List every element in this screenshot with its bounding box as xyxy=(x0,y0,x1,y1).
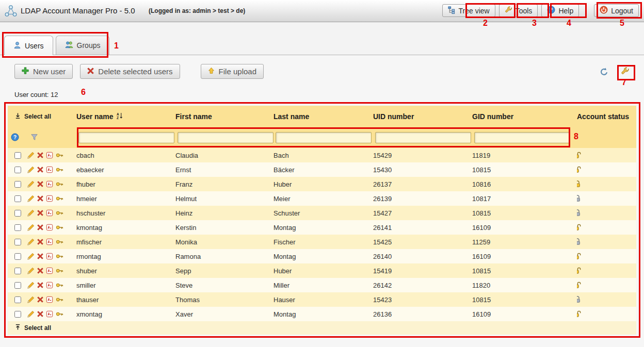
pdf-icon[interactable] xyxy=(46,195,53,202)
sort-icon[interactable]: AZ xyxy=(116,112,123,121)
filter-help-icon[interactable]: ? xyxy=(11,133,19,143)
pdf-icon[interactable] xyxy=(46,253,53,260)
column-header-first-name[interactable]: First name xyxy=(175,106,273,127)
user-name-cell[interactable]: thauser xyxy=(76,292,175,307)
table-settings-wrench-icon[interactable] xyxy=(621,67,630,78)
edit-icon[interactable] xyxy=(27,253,35,260)
user-name-cell[interactable]: rmontag xyxy=(76,249,175,263)
row-checkbox[interactable] xyxy=(14,282,21,289)
edit-icon[interactable] xyxy=(27,195,35,202)
filter-icon[interactable] xyxy=(30,134,38,142)
filter-input-last-name[interactable] xyxy=(276,132,372,143)
edit-icon[interactable] xyxy=(27,224,35,231)
pdf-icon[interactable] xyxy=(46,180,53,188)
delete-icon[interactable] xyxy=(37,253,43,259)
refresh-icon[interactable] xyxy=(600,68,608,78)
locked-icon xyxy=(577,180,581,188)
edit-icon[interactable] xyxy=(27,209,35,217)
row-checkbox[interactable] xyxy=(14,296,21,303)
file-upload-button[interactable]: File upload xyxy=(201,64,264,79)
delete-icon[interactable] xyxy=(37,296,43,303)
tools-button[interactable]: Tools xyxy=(499,4,538,17)
password-icon[interactable] xyxy=(56,224,63,230)
user-name-cell[interactable]: xmontag xyxy=(76,307,175,321)
row-checkbox[interactable] xyxy=(14,210,21,217)
pdf-icon[interactable] xyxy=(46,166,53,173)
edit-icon[interactable] xyxy=(27,152,35,159)
row-checkbox[interactable] xyxy=(14,167,21,173)
filter-input-uid-number[interactable] xyxy=(375,132,471,143)
password-icon[interactable] xyxy=(56,253,63,259)
pdf-icon[interactable] xyxy=(46,152,53,159)
user-name-cell[interactable]: cbach xyxy=(76,148,175,162)
row-checkbox[interactable] xyxy=(14,268,21,274)
filter-input-first-name[interactable] xyxy=(178,132,273,143)
column-header-last-name[interactable]: Last name xyxy=(273,106,373,127)
user-name-cell[interactable]: hschuster xyxy=(76,206,175,220)
user-name-cell[interactable]: smiller xyxy=(76,278,175,292)
password-icon[interactable] xyxy=(56,181,63,187)
delete-icon[interactable] xyxy=(37,210,43,216)
password-icon[interactable] xyxy=(56,296,63,303)
edit-icon[interactable] xyxy=(27,296,35,303)
new-user-button[interactable]: New user xyxy=(14,64,73,79)
row-checkbox[interactable] xyxy=(14,239,21,245)
user-name-cell[interactable]: ebaecker xyxy=(76,162,175,177)
pdf-icon[interactable] xyxy=(46,224,53,231)
edit-icon[interactable] xyxy=(27,166,35,173)
filter-input-user-name[interactable] xyxy=(78,132,174,143)
user-name-cell[interactable]: shuber xyxy=(76,263,175,278)
password-icon[interactable] xyxy=(56,195,63,202)
filter-input-gid-number[interactable] xyxy=(474,132,570,143)
delete-icon[interactable] xyxy=(37,224,43,230)
row-checkbox[interactable] xyxy=(14,195,21,202)
row-checkbox[interactable] xyxy=(14,181,21,188)
password-icon[interactable] xyxy=(56,167,63,173)
password-icon[interactable] xyxy=(56,239,63,245)
delete-icon[interactable] xyxy=(37,167,43,173)
delete-icon[interactable] xyxy=(37,282,43,288)
password-icon[interactable] xyxy=(56,282,63,288)
password-icon[interactable] xyxy=(56,311,63,317)
select-all-bottom[interactable]: Select all xyxy=(24,324,51,332)
tree-view-button[interactable]: Tree view xyxy=(442,4,495,17)
tab-users[interactable]: Users xyxy=(4,36,53,55)
pdf-icon[interactable] xyxy=(46,238,53,245)
password-icon[interactable] xyxy=(56,268,63,274)
user-name-cell[interactable]: hmeier xyxy=(76,191,175,206)
delete-icon[interactable] xyxy=(37,181,43,187)
column-header-uid-number[interactable]: UID number xyxy=(373,106,472,127)
edit-icon[interactable] xyxy=(27,267,35,274)
edit-icon[interactable] xyxy=(27,310,35,318)
pdf-icon[interactable] xyxy=(46,296,53,303)
pdf-icon[interactable] xyxy=(46,282,53,289)
user-name-cell[interactable]: mfischer xyxy=(76,235,175,249)
column-header-gid-number[interactable]: GID number xyxy=(472,106,577,127)
delete-icon[interactable] xyxy=(37,311,43,317)
delete-icon[interactable] xyxy=(37,152,43,158)
row-checkbox[interactable] xyxy=(14,224,21,231)
password-icon[interactable] xyxy=(56,210,63,216)
pdf-icon[interactable] xyxy=(46,310,53,318)
pdf-icon[interactable] xyxy=(46,209,53,217)
user-name-cell[interactable]: fhuber xyxy=(76,177,175,191)
delete-selected-users-button[interactable]: Delete selected users xyxy=(80,64,180,79)
edit-icon[interactable] xyxy=(27,180,35,188)
delete-icon[interactable] xyxy=(37,239,43,245)
help-button[interactable]: ? Help xyxy=(541,4,579,17)
user-name-cell[interactable]: kmontag xyxy=(76,220,175,235)
delete-icon[interactable] xyxy=(37,268,43,274)
row-checkbox[interactable] xyxy=(14,253,21,260)
delete-icon[interactable] xyxy=(37,195,43,202)
row-checkbox[interactable] xyxy=(14,311,21,318)
edit-icon[interactable] xyxy=(27,282,35,289)
password-icon[interactable] xyxy=(56,152,63,158)
column-header-account-status[interactable]: Account status xyxy=(577,106,636,127)
edit-icon[interactable] xyxy=(27,238,35,245)
select-all-top[interactable]: Select all xyxy=(14,112,51,121)
tab-groups[interactable]: Groups xyxy=(56,36,110,55)
pdf-icon[interactable] xyxy=(46,267,53,274)
row-checkbox[interactable] xyxy=(14,152,21,159)
logout-button[interactable]: Logout xyxy=(594,4,639,17)
column-header-user-name[interactable]: User name AZ xyxy=(76,106,175,127)
